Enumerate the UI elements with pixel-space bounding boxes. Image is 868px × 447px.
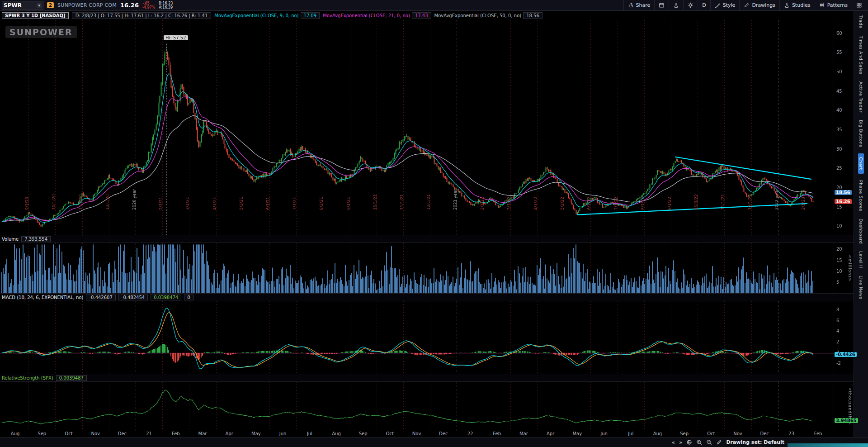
macd-axis-tick: 4 — [836, 328, 839, 333]
globe-icon[interactable] — [686, 439, 692, 445]
volume-header: Volume 7,393,554 — [0, 235, 854, 243]
gridline-date-label: 5/2/22 — [560, 197, 565, 210]
studies-button[interactable]: Studies — [779, 0, 815, 10]
time-axis-label: Feb — [172, 431, 180, 436]
settings-button[interactable] — [683, 0, 698, 10]
macd-axis-tick: 2 — [836, 339, 839, 344]
brush-icon — [715, 2, 721, 8]
timeframe-button[interactable]: D — [698, 0, 710, 10]
price-axis-tick: 55 — [836, 50, 842, 55]
study-ema21[interactable]: MovAvgExponential (CLOSE, 21, 0, no) 17.… — [323, 12, 431, 19]
rs-axis[interactable]: <thousandths>3.94865 — [834, 382, 854, 431]
rs-label[interactable]: RelativeStrength (SPX) — [2, 376, 53, 380]
symbol-input[interactable]: SPWR ▾ — [2, 1, 43, 10]
share-button[interactable]: Share — [623, 0, 655, 10]
study-ema21-value: 17.43 — [412, 12, 431, 19]
volume-axis[interactable]: 5101520<millions> — [834, 243, 854, 293]
sidebar-tab-dashboard[interactable]: Dashboard — [858, 218, 864, 245]
volume-axis-tick: 5 — [836, 280, 839, 285]
sidebar-tab-chart[interactable]: Chart — [858, 153, 864, 174]
gridline-date-label: 9/1/20 — [25, 197, 29, 210]
drawing-pencil-icon[interactable] — [716, 439, 722, 445]
time-axis-label: Feb — [493, 431, 501, 436]
drawings-button[interactable]: Drawings — [739, 0, 779, 10]
rs-header: RelativeStrength (SPX) 0.0039487 — [0, 374, 854, 382]
rs-value-bubble: 3.94865 — [835, 418, 858, 423]
sidebar-tab-active-trader[interactable]: Active Trader — [858, 81, 864, 114]
gridline-date-label: 12/1/20 — [105, 194, 110, 210]
ohlc-readout: D: 2/8/23 | O: 17.55 | H: 17.61 | L: 16.… — [72, 12, 212, 19]
toolbar-left: SPWR ▾ 2 SUNPOWER CORP COM 16.26 -.85 -4… — [2, 0, 173, 10]
price-axis-tick: 40 — [836, 108, 842, 113]
style-button[interactable]: Style — [710, 0, 740, 10]
gridline-date-label: 12/1/22 — [748, 194, 752, 210]
gridline-date-label: 8/1/22 — [641, 197, 645, 210]
calendar-button[interactable] — [654, 0, 669, 10]
volume-chart-canvas[interactable] — [0, 243, 834, 293]
macd-chart-canvas[interactable] — [0, 301, 834, 374]
volume-axis-tick: 10 — [836, 269, 842, 274]
sidebar-tab-phase-scores[interactable]: Phase Scores — [858, 179, 864, 212]
sidebar-tab-big-buttons[interactable]: Big Buttons — [858, 119, 864, 148]
chart-title[interactable]: SPWR 3 Y 1D [NASDAQ] — [2, 12, 69, 19]
price-axis-tick: 25 — [836, 166, 842, 171]
sidebar-tab-trade[interactable]: Trade — [858, 14, 864, 29]
gridline-date-label: 9/1/21 — [346, 197, 351, 210]
gridline-date-label: 9/1/22 — [667, 197, 672, 210]
share-icon — [628, 2, 634, 8]
analysis-button[interactable] — [669, 0, 683, 10]
gridline-date-label: 4/1/21 — [212, 197, 217, 210]
volume-axis-tick: 20 — [836, 247, 842, 252]
rs-panel: <thousandths>3.94865 — [0, 382, 854, 431]
zoom-in-icon[interactable] — [696, 439, 702, 445]
price-chart-canvas[interactable] — [0, 20, 834, 235]
price-axis[interactable]: 101520253035404550556018.5616.26 — [834, 20, 854, 235]
sidebar-tab-live-news[interactable]: Live News — [858, 275, 864, 300]
change-percent: -4.97% — [142, 5, 155, 10]
volume-label[interactable]: Volume — [2, 237, 19, 242]
macd-label[interactable]: MACD (10, 24, 6, EXPONENTIAL, no) — [2, 295, 83, 300]
gridline-date-label: 6/1/21 — [266, 197, 270, 210]
time-axis-label: 23 — [788, 431, 794, 436]
macd-axis[interactable]: -202468-0.4426 — [834, 301, 854, 374]
symbol-text: SPWR — [4, 2, 22, 9]
grid-icon — [856, 2, 862, 8]
time-axis-label: Sep — [359, 431, 368, 436]
gridline-date-label: 2/1/23 — [801, 197, 806, 210]
rs-chart-canvas[interactable] — [0, 382, 834, 431]
scroll-start-icon[interactable]: « — [672, 439, 675, 446]
calendar-icon — [659, 2, 665, 8]
macd-value-zero: 0 — [184, 295, 193, 300]
chart-header: SPWR 3 Y 1D [NASDAQ] D: 2/8/23 | O: 17.5… — [0, 11, 854, 20]
patterns-button[interactable]: Patterns — [815, 0, 852, 10]
volume-axis-tick: 15 — [836, 258, 842, 263]
sidebar-tab-level-ii[interactable]: Level II — [858, 250, 864, 269]
time-axis-label: Oct — [707, 431, 715, 436]
chevron-down-icon[interactable]: ▾ — [37, 3, 42, 8]
volume-value: 7,393,554 — [21, 236, 51, 242]
zoom-out-icon[interactable] — [706, 439, 712, 445]
alert-badge[interactable]: 2 — [47, 2, 54, 8]
drawing-set-label[interactable]: Drawing set: Default — [726, 439, 784, 445]
study-ema9[interactable]: MovAvgExponential (CLOSE, 9, 0, no) 17.0… — [214, 12, 320, 19]
pencil-icon — [744, 2, 750, 8]
layout-grid-button[interactable] — [852, 0, 866, 10]
time-axis-label: Apr — [547, 431, 554, 436]
flask-icon — [673, 2, 679, 8]
gridline-date-label: 2021 year — [453, 189, 458, 210]
drawings-label: Drawings — [752, 2, 775, 8]
app-window: SPWR ▾ 2 SUNPOWER CORP COM 16.26 -.85 -4… — [0, 0, 868, 447]
price-axis-tick: 10 — [836, 224, 842, 228]
macd-header: MACD (10, 24, 6, EXPONENTIAL, no) -0.442… — [0, 293, 854, 301]
status-strip — [788, 443, 868, 447]
study-ema9-value: 17.09 — [301, 12, 320, 19]
bid-value: B:16.23 — [159, 1, 173, 5]
time-axis[interactable]: AugSepOctNovDec21FebMarAprMayJunJulAugSe… — [0, 431, 854, 437]
gridline-date-label: 4/1/22 — [533, 197, 538, 210]
charts-column: SPWR 3 Y 1D [NASDAQ] D: 2/8/23 | O: 17.5… — [0, 11, 854, 437]
macd-axis-tick: -2 — [836, 361, 841, 366]
sidebar-tab-times-and-sales[interactable]: Times And Sales — [858, 35, 864, 76]
study-ema50[interactable]: MovAvgExponential (CLOSE, 50, 0, no) 18.… — [434, 12, 542, 19]
macd-value-diff: 0.0398474 — [151, 295, 181, 300]
scroll-end-icon[interactable]: » — [679, 439, 682, 446]
